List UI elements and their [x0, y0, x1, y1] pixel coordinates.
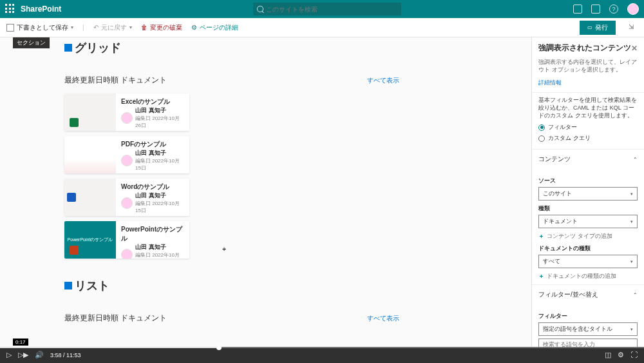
next-icon[interactable]: ▷▶	[18, 351, 28, 359]
command-bar: 下書きとして保存▾ | ↶元に戻す▾ 🗑変更の破棄 ⚙ページの詳細 ▭発行 ⇲	[0, 18, 644, 37]
doc-title: Excelのサンプル	[121, 97, 184, 106]
undo-button[interactable]: ↶元に戻す▾	[93, 23, 132, 32]
doc-thumbnail	[64, 93, 116, 131]
see-all-link[interactable]: すべて表示	[367, 76, 399, 85]
play-icon[interactable]: ▷	[6, 351, 12, 359]
doc-title: PowerPointのサンプル	[121, 225, 184, 243]
radio-custom-query[interactable]: カスタム クエリ	[538, 134, 638, 142]
page-details-button[interactable]: ⚙ページの詳細	[191, 23, 238, 32]
doc-author: 山田 真知子	[135, 243, 184, 251]
chevron-down-icon: ▾	[630, 327, 633, 332]
filter-dropdown[interactable]: 指定の語句を含むタイトル▾	[538, 322, 638, 336]
content-section-header[interactable]: コンテンツ⌃	[532, 149, 644, 169]
kind-dropdown[interactable]: ドキュメント▾	[538, 215, 638, 228]
radio-icon	[538, 135, 545, 142]
details-link[interactable]: 詳細情報	[532, 79, 644, 92]
document-card[interactable]: PowerPointのサンプル PowerPointのサンプル 山田 真知子 編…	[64, 221, 189, 259]
publish-icon: ▭	[587, 25, 592, 30]
author-avatar	[121, 197, 133, 209]
doc-author: 山田 真知子	[135, 106, 184, 115]
panel-description: 強調表示する内容を選択して、レイアウト オプションを選択します。	[532, 59, 644, 79]
user-avatar[interactable]	[627, 3, 639, 15]
source-label: ソース	[538, 177, 638, 185]
search-input[interactable]	[266, 6, 398, 13]
video-time: 3:58 / 11:53	[50, 352, 81, 358]
panel-title: 強調表示されたコンテンツ	[538, 43, 631, 54]
webpart-title-2: 最終更新日時順 ドキュメント	[64, 313, 167, 324]
property-panel: 強調表示されたコンテンツ✕ 強調表示する内容を選択して、レイアウト オプションを…	[531, 37, 644, 347]
chevron-down-icon: ▾	[630, 219, 633, 224]
add-doctype-link[interactable]: ＋ドキュメントの種類の追加	[538, 272, 638, 280]
doc-date: 編集日 2022年10月15日	[135, 157, 184, 172]
doc-date: 編集日 2022年10月15日	[135, 200, 184, 214]
chevron-down-icon: ▾	[630, 259, 633, 264]
chevron-up-icon: ⌃	[633, 292, 638, 298]
fullscreen-icon[interactable]: ⛶	[630, 351, 638, 359]
discard-icon: 🗑	[141, 24, 147, 31]
video-controls: ▷ ▷▶ 🔊 3:58 / 11:53 ◫ ⚙ ⛶	[0, 347, 644, 363]
document-card[interactable]: Wordのサンプル 山田 真知子 編集日 2022年10月15日	[64, 179, 189, 216]
doc-thumbnail	[64, 179, 116, 216]
list-heading: リスト	[64, 278, 399, 293]
doc-date: 編集日 2022年10月26日	[135, 115, 184, 129]
timestamp-badge: 0:17	[13, 338, 28, 346]
doc-thumbnail	[64, 136, 116, 173]
doctype-dropdown[interactable]: すべて▾	[538, 255, 638, 268]
help-icon[interactable]: ?	[609, 5, 618, 14]
grid-heading: グリッド	[64, 40, 399, 55]
suite-header: SharePoint ?	[0, 0, 644, 18]
bullet-icon	[64, 282, 72, 289]
radio-icon	[538, 124, 545, 131]
bullet-icon	[64, 44, 72, 52]
chevron-up-icon: ⌃	[633, 157, 638, 162]
filter-label: フィルター	[538, 312, 638, 320]
brand-label: SharePoint	[21, 5, 61, 14]
source-dropdown[interactable]: このサイト▾	[538, 187, 638, 201]
kind-label: 種類	[538, 204, 638, 213]
close-icon[interactable]: ✕	[631, 44, 638, 53]
page-canvas[interactable]: セクション グリッド 最終更新日時順 ドキュメント すべて表示 Excelのサン…	[0, 37, 531, 347]
publish-button[interactable]: ▭発行	[580, 21, 616, 35]
details-icon: ⚙	[191, 24, 197, 31]
webpart-title: 最終更新日時順 ドキュメント	[64, 75, 167, 86]
megaphone-icon[interactable]	[573, 5, 582, 14]
document-card[interactable]: PDFのサンプル 山田 真知子 編集日 2022年10月15日	[64, 136, 189, 173]
document-card[interactable]: Excelのサンプル 山田 真知子 編集日 2022年10月26日	[64, 93, 189, 131]
cc-icon[interactable]: ◫	[605, 351, 611, 359]
author-avatar	[121, 155, 133, 166]
doc-thumbnail: PowerPointのサンプル	[64, 221, 116, 259]
author-avatar	[121, 249, 133, 259]
save-icon	[6, 24, 14, 32]
filter-text-input[interactable]	[538, 338, 638, 347]
cursor-icon: ⌖	[222, 245, 226, 253]
plus-icon: ＋	[538, 272, 544, 280]
search-icon	[257, 6, 263, 12]
doc-title: Wordのサンプル	[121, 182, 184, 191]
filter-intro-text: 基本フィルターを使用して検索結果を絞り込むか、CAML または KQL コードの…	[538, 97, 638, 119]
see-all-link-2[interactable]: すべて表示	[367, 314, 399, 323]
add-content-type-link[interactable]: ＋コンテンツ タイプの追加	[538, 232, 638, 240]
filter-sort-header[interactable]: フィルター/並べ替え⌃	[532, 284, 644, 304]
settings-video-icon[interactable]: ⚙	[618, 351, 624, 359]
doc-author: 山田 真知子	[135, 191, 184, 200]
doc-date: 編集日 2022年10月15日	[135, 251, 184, 259]
search-box[interactable]	[253, 3, 401, 15]
discard-button[interactable]: 🗑変更の破棄	[141, 23, 182, 32]
section-indicator[interactable]: セクション	[13, 37, 50, 48]
author-avatar	[121, 112, 133, 124]
volume-icon[interactable]: 🔊	[35, 351, 44, 359]
radio-filter[interactable]: フィルター	[538, 123, 638, 132]
progress-bar[interactable]	[0, 347, 644, 348]
app-launcher-icon[interactable]	[5, 4, 15, 14]
doc-author: 山田 真知子	[135, 149, 184, 157]
chevron-down-icon: ▾	[630, 191, 633, 197]
plus-icon: ＋	[538, 232, 544, 240]
save-draft-button[interactable]: 下書きとして保存▾	[6, 23, 73, 32]
settings-icon[interactable]	[591, 5, 600, 14]
expand-panel-icon[interactable]: ⇲	[629, 23, 638, 32]
doc-title: PDFのサンプル	[121, 140, 184, 149]
doctype-label: ドキュメントの種類	[538, 244, 638, 253]
undo-icon: ↶	[93, 24, 99, 31]
